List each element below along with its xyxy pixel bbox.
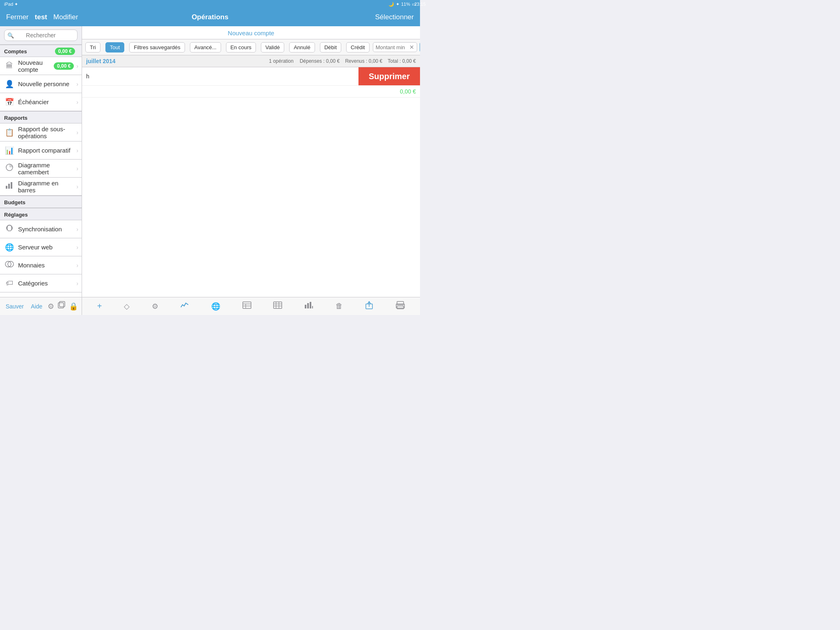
sidebar-item-rapport-comparatif[interactable]: 📊 Rapport comparatif ›: [0, 142, 82, 160]
synchronisation-label: Synchronisation: [16, 226, 76, 233]
search-input[interactable]: [4, 30, 78, 41]
filter-annule-button[interactable]: Annulé: [289, 42, 315, 52]
svg-rect-2: [8, 184, 10, 189]
filter-tout-button[interactable]: Tout: [105, 42, 125, 52]
lock-icon[interactable]: 🔒: [69, 302, 78, 311]
svg-rect-24: [310, 302, 311, 308]
bar-chart-icon: [3, 182, 16, 191]
sidebar-item-serveur-web[interactable]: 🌐 Serveur web ›: [0, 238, 82, 256]
save-button[interactable]: Sauver: [4, 301, 26, 312]
filter-clear-button[interactable]: ✕: [409, 44, 414, 50]
chevron-icon: ›: [76, 244, 78, 251]
edit-button[interactable]: Modifier: [51, 11, 80, 23]
svg-rect-17: [274, 302, 282, 308]
duplicate-icon[interactable]: [57, 301, 66, 311]
status-bar-right: 🌙 ✦ 11% ▭: [388, 2, 416, 7]
sidebar-item-synchronisation[interactable]: Synchronisation ›: [0, 220, 82, 238]
select-button[interactable]: Sélectionner: [373, 11, 416, 23]
sidebar-item-categories[interactable]: 🏷 Catégories ›: [0, 274, 82, 292]
sync-icon: [3, 224, 16, 234]
table2-icon[interactable]: [273, 301, 282, 311]
filter-avance-button[interactable]: Avancé...: [190, 42, 221, 52]
delete-button[interactable]: Supprimer: [358, 67, 420, 85]
tag-icon: 🏷: [3, 279, 16, 288]
chevron-icon: ›: [76, 81, 78, 87]
sidebar-item-titres[interactable]: Titres ›: [0, 292, 82, 297]
filter-credit-button[interactable]: Crédit: [346, 42, 370, 52]
svg-rect-11: [58, 303, 64, 308]
sidebar-item-diagramme-barres[interactable]: Diagramme en barres ›: [0, 178, 82, 196]
filter-valide-button[interactable]: Validé: [261, 42, 284, 52]
currency-icon: [3, 260, 16, 270]
svg-rect-1: [6, 186, 7, 189]
month-stats: Dépenses : 0,00 € Revenus : 0,00 € Total…: [300, 58, 416, 64]
status-bar: iPad ✦ 23:15 🌙 ✦ 11% ▭: [0, 0, 420, 8]
bar-chart2-icon[interactable]: [304, 301, 313, 311]
chevron-icon: ›: [76, 165, 78, 172]
add-button[interactable]: +: [97, 301, 102, 311]
month-row: juillet 2014 1 opération Dépenses : 0,00…: [82, 55, 420, 67]
chart-line-icon[interactable]: [180, 301, 189, 311]
chevron-icon: ›: [76, 280, 78, 287]
transaction-label: h: [86, 73, 400, 80]
bottom-toolbar: Sauver Aide ⚙ 🔒 + ◇ ⚙ 🌐 🗑: [0, 297, 420, 315]
table-icon[interactable]: [242, 301, 251, 311]
web-icon: 🌐: [3, 243, 16, 252]
section-budgets-label: Budgets: [4, 199, 25, 205]
help-button[interactable]: Aide: [29, 301, 44, 312]
content-toolbar: + ◇ ⚙ 🌐 🗑: [82, 301, 420, 312]
sidebar-item-monnaies[interactable]: Monnaies ›: [0, 256, 82, 274]
montant-min-input[interactable]: [376, 44, 409, 50]
sidebar-item-echeancier[interactable]: 📅 Échéancier ›: [0, 93, 82, 111]
report1-icon: 📋: [3, 128, 16, 137]
transaction-row[interactable]: h 0,00 € 0,00 € Supprimer: [82, 67, 420, 86]
share-icon[interactable]: [365, 301, 374, 312]
monnaies-label: Monnaies: [16, 262, 76, 269]
search-wrapper: 🔍: [4, 30, 78, 41]
trash-icon[interactable]: 🗑: [336, 302, 343, 310]
rapport-sous-operations-label: Rapport de sous-opérations: [16, 126, 76, 139]
total-label: Total : 0,00 €: [388, 58, 416, 64]
filter-debit-button[interactable]: Débit: [320, 42, 341, 52]
report2-icon: 📊: [3, 146, 16, 155]
print-icon[interactable]: [396, 301, 405, 311]
close-button[interactable]: Fermer: [4, 11, 31, 23]
sidebar-item-nouveau-compte[interactable]: 🏛 Nouveau compte 0,00 € ›: [0, 57, 82, 75]
section-comptes-header: Comptes 0,00 €: [0, 45, 82, 57]
svg-rect-25: [312, 306, 313, 308]
calendar-icon: 📅: [3, 98, 16, 107]
section-budgets-header: Budgets: [0, 196, 82, 208]
sidebar: 🔍 Comptes 0,00 € 🏛 Nouveau compte 0,00 €…: [0, 26, 82, 297]
svg-rect-13: [243, 302, 251, 308]
filter-tri-button[interactable]: Tri: [85, 42, 100, 52]
sidebar-item-nouvelle-personne[interactable]: 👤 Nouvelle personne ›: [0, 75, 82, 93]
account-name: test: [35, 13, 47, 21]
filter-expand-button[interactable]: »: [420, 42, 420, 52]
filter-bar: Tri Tout Filtres sauvegardés Avancé... E…: [82, 39, 420, 55]
filter-en-cours-button[interactable]: En cours: [226, 42, 256, 52]
svg-rect-12: [59, 301, 65, 307]
sidebar-item-rapport-sous-operations[interactable]: 📋 Rapport de sous-opérations ›: [0, 123, 82, 142]
diagramme-barres-label: Diagramme en barres: [16, 180, 76, 194]
chevron-icon: ›: [76, 129, 78, 136]
chevron-icon: ›: [76, 226, 78, 233]
chevron-icon: ›: [76, 183, 78, 190]
person-icon: 👤: [3, 80, 16, 89]
section-reglages-header: Réglages: [0, 208, 82, 220]
gear-icon[interactable]: ⚙: [152, 302, 158, 311]
section-rapports-header: Rapports: [0, 111, 82, 123]
filter-filtres-sauvegardes-button[interactable]: Filtres sauvegardés: [129, 42, 185, 52]
sidebar-toolbar: Sauver Aide ⚙ 🔒: [0, 297, 82, 315]
section-reglages-label: Réglages: [4, 212, 28, 218]
chevron-icon: ›: [76, 63, 78, 69]
svg-rect-3: [11, 182, 12, 189]
globe-icon[interactable]: 🌐: [211, 302, 220, 311]
nouveau-compte-label: Nouveau compte: [16, 59, 54, 73]
bookmark-icon[interactable]: ◇: [124, 302, 130, 311]
settings-icon[interactable]: ⚙: [48, 302, 54, 311]
depenses-label: Dépenses : 0,00 €: [300, 58, 340, 64]
month-label: juillet 2014: [86, 58, 269, 64]
nouvelle-personne-label: Nouvelle personne: [16, 80, 76, 87]
status-bar-left: iPad ✦: [4, 2, 18, 7]
sidebar-item-diagramme-camembert[interactable]: Diagramme camembert ›: [0, 160, 82, 178]
